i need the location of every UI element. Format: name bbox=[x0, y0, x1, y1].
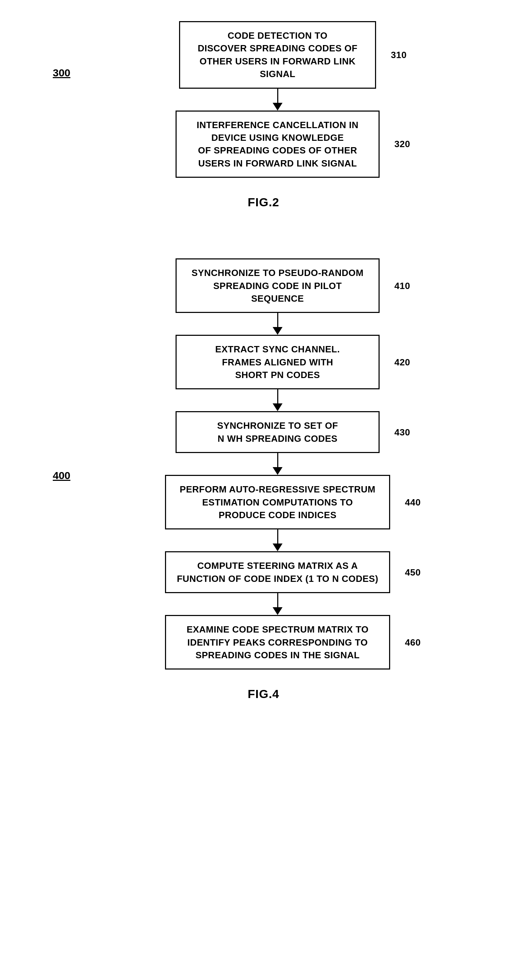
arrow-410-420 bbox=[273, 313, 283, 335]
ref-420: 420 bbox=[394, 356, 410, 369]
ref-430: 430 bbox=[394, 426, 410, 439]
arrow-head bbox=[273, 467, 283, 475]
box310-wrapper: CODE DETECTION TO DISCOVER SPREADING COD… bbox=[179, 21, 376, 89]
box-310: CODE DETECTION TO DISCOVER SPREADING COD… bbox=[179, 21, 376, 89]
box430-wrapper: SYNCHRONIZE TO SET OF N WH SPREADING COD… bbox=[176, 411, 379, 453]
arrow-line bbox=[277, 593, 278, 607]
arrow-head bbox=[273, 403, 283, 411]
ref-310: 310 bbox=[391, 49, 407, 61]
ref-410: 410 bbox=[394, 280, 410, 292]
fig4-flow: SYNCHRONIZE TO PSEUDO-RANDOM SPREADING C… bbox=[165, 258, 390, 670]
box440-wrapper: PERFORM AUTO-REGRESSIVE SPECTRUM ESTIMAT… bbox=[165, 475, 390, 530]
fig2-section: 300 CODE DETECTION TO DISCOVER SPREADING… bbox=[0, 21, 527, 209]
box-320: INTERFERENCE CANCELLATION IN DEVICE USIN… bbox=[176, 111, 379, 178]
box-440: PERFORM AUTO-REGRESSIVE SPECTRUM ESTIMAT… bbox=[165, 475, 390, 530]
arrow-head bbox=[273, 607, 283, 615]
box-460: EXAMINE CODE SPECTRUM MATRIX TO IDENTIFY… bbox=[165, 615, 390, 670]
ref-440: 440 bbox=[405, 496, 421, 509]
ref-450: 450 bbox=[405, 566, 421, 579]
arrow-310-320 bbox=[273, 89, 283, 111]
box420-wrapper: EXTRACT SYNC CHANNEL. FRAMES ALIGNED WIT… bbox=[176, 335, 379, 389]
arrow-430-440 bbox=[273, 453, 283, 475]
arrow-head bbox=[273, 103, 283, 111]
fig4-section: 400 SYNCHRONIZE TO PSEUDO-RANDOM SPREADI… bbox=[0, 258, 527, 701]
ref-320: 320 bbox=[394, 138, 410, 150]
arrow-440-450 bbox=[273, 530, 283, 551]
box-410: SYNCHRONIZE TO PSEUDO-RANDOM SPREADING C… bbox=[176, 258, 379, 313]
fig2-flow: CODE DETECTION TO DISCOVER SPREADING COD… bbox=[176, 21, 379, 178]
fig2-label: 300 bbox=[53, 67, 70, 79]
ref-460: 460 bbox=[405, 636, 421, 649]
box-420: EXTRACT SYNC CHANNEL. FRAMES ALIGNED WIT… bbox=[176, 335, 379, 389]
arrow-line bbox=[277, 530, 278, 544]
fig4-caption: FIG.4 bbox=[248, 687, 279, 701]
box450-wrapper: COMPUTE STEERING MATRIX AS A FUNCTION OF… bbox=[165, 551, 390, 593]
box460-wrapper: EXAMINE CODE SPECTRUM MATRIX TO IDENTIFY… bbox=[165, 615, 390, 670]
box-430: SYNCHRONIZE TO SET OF N WH SPREADING COD… bbox=[176, 411, 379, 453]
box410-wrapper: SYNCHRONIZE TO PSEUDO-RANDOM SPREADING C… bbox=[176, 258, 379, 313]
box-450: COMPUTE STEERING MATRIX AS A FUNCTION OF… bbox=[165, 551, 390, 593]
arrow-line bbox=[277, 453, 278, 467]
arrow-line bbox=[277, 389, 278, 403]
arrow-head bbox=[273, 327, 283, 335]
arrow-head bbox=[273, 544, 283, 551]
arrow-line bbox=[277, 89, 278, 103]
arrow-450-460 bbox=[273, 593, 283, 615]
fig4-label: 400 bbox=[53, 469, 70, 482]
arrow-line bbox=[277, 313, 278, 327]
box320-wrapper: INTERFERENCE CANCELLATION IN DEVICE USIN… bbox=[176, 111, 379, 178]
fig2-caption: FIG.2 bbox=[248, 196, 279, 209]
arrow-420-430 bbox=[273, 389, 283, 411]
